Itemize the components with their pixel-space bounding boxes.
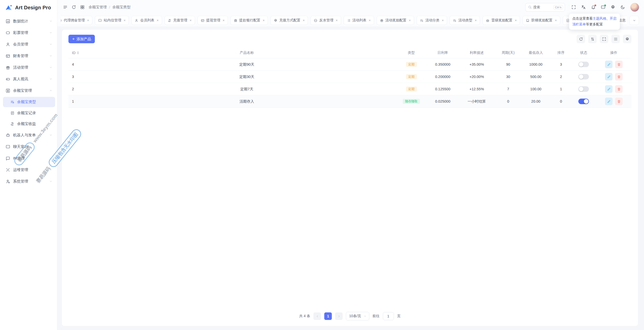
tab-item[interactable]: 活动类型×	[450, 16, 480, 25]
messages-button[interactable]	[599, 3, 607, 12]
sidebar-item[interactable]: 数据统计	[0, 15, 57, 27]
tab-close-icon[interactable]: ×	[555, 19, 557, 22]
edit-button[interactable]	[605, 98, 613, 105]
sidebar-item[interactable]: 会员管理	[0, 38, 57, 50]
collapse-menu-button[interactable]	[61, 3, 69, 12]
next-page-button[interactable]	[335, 312, 343, 320]
tab-close-icon[interactable]: ×	[156, 19, 158, 22]
breadcrumb-item[interactable]: 余额宝管理	[89, 5, 107, 10]
trash-icon	[617, 100, 621, 103]
tab-item[interactable]: 活动奖励配置×	[377, 16, 414, 25]
sidebar-item-label: 财务管理	[13, 54, 49, 58]
tab-item[interactable]: 充值方式配置×	[270, 16, 308, 25]
tab-item[interactable]: 提款银行配置×	[230, 16, 268, 25]
fullscreen-button[interactable]	[569, 3, 578, 12]
breadcrumb: 余额宝管理 / 余额宝类型	[89, 5, 131, 10]
trash-icon	[617, 63, 621, 66]
column-header[interactable]: ID	[68, 51, 99, 55]
tab-close-icon[interactable]: ×	[223, 19, 225, 22]
pencil-icon	[607, 63, 611, 66]
cell-min-deposit: 1000.00	[521, 62, 551, 66]
language-button[interactable]	[579, 3, 588, 12]
tab-close-icon[interactable]: ×	[409, 19, 411, 22]
tab-close-icon[interactable]: ×	[515, 19, 517, 22]
goto-page-input[interactable]	[383, 312, 394, 320]
cell-type: 定期	[395, 62, 428, 67]
current-page-button[interactable]: 1	[324, 312, 332, 320]
status-toggle[interactable]	[578, 74, 589, 79]
edit-button[interactable]	[605, 85, 613, 93]
status-toggle[interactable]	[578, 99, 589, 104]
sidebar-subitem-label: 余额宝记录	[17, 111, 53, 115]
tab-close-icon[interactable]: ×	[190, 19, 192, 22]
edit-button[interactable]	[605, 73, 613, 80]
sidebar-item[interactable]: 运维管理	[0, 164, 57, 176]
tab-item[interactable]: 代理佣金管理×	[61, 16, 92, 25]
edit-button[interactable]	[605, 61, 613, 68]
delete-button[interactable]	[615, 85, 623, 93]
global-search[interactable]: Ctrl k	[525, 3, 565, 12]
dark-mode-button[interactable]	[618, 3, 627, 12]
apps-grid-button[interactable]	[78, 3, 87, 12]
prev-page-button[interactable]	[313, 312, 321, 320]
table-refresh-button[interactable]	[577, 35, 585, 43]
goto-label: 前往	[373, 314, 380, 318]
add-product-button[interactable]: + 添加产品	[68, 35, 95, 43]
refresh-page-button[interactable]	[69, 3, 78, 12]
sidebar-item[interactable]: 聊天室28	[0, 141, 57, 152]
tab-item[interactable]: 晋级奖励配置×	[482, 16, 520, 25]
tab-close-icon[interactable]: ×	[475, 19, 477, 22]
tab-item[interactable]: 站内信管理×	[95, 16, 129, 25]
table-density-button[interactable]	[611, 35, 620, 43]
sidebar-item[interactable]: 活动管理	[0, 62, 57, 73]
sidebar-item[interactable]: IM管理	[0, 152, 57, 164]
table-columns-button[interactable]	[623, 35, 631, 43]
tab-close-icon[interactable]: ×	[87, 19, 89, 22]
sidebar-item[interactable]: 彩票管理	[0, 27, 57, 38]
avatar[interactable]	[630, 3, 639, 12]
status-toggle[interactable]	[578, 62, 589, 67]
table-sort-button[interactable]	[588, 35, 597, 43]
sidebar-subitem[interactable]: 余额宝收益	[0, 118, 57, 129]
tab-close-icon[interactable]: ×	[369, 19, 371, 22]
tab-label: 阶梯奖励配置	[531, 18, 552, 23]
settings-button[interactable]	[609, 3, 617, 12]
sidebar-item[interactable]: 真人视讯	[0, 73, 57, 85]
sidebar-item[interactable]: 余额宝管理	[0, 85, 57, 96]
app-logo[interactable]: Art Design Pro	[0, 0, 57, 15]
table-row: 4定期90天定期0.350000+35.00%901000.003	[68, 58, 631, 71]
tab-close-icon[interactable]: ×	[336, 19, 338, 22]
user-icon	[135, 19, 138, 22]
tab-item[interactable]: 阶梯奖励配置×	[522, 16, 560, 25]
tabs-overflow-button[interactable]	[629, 16, 639, 25]
tab-close-icon[interactable]: ×	[442, 19, 444, 22]
tab-item[interactable]: 活动列表×	[344, 16, 374, 25]
notifications-button[interactable]	[589, 3, 597, 12]
wallet-icon	[201, 19, 205, 22]
sidebar-item[interactable]: 系统管理	[0, 176, 57, 187]
tab-item[interactable]: 活动分类×	[417, 16, 447, 25]
tab-close-icon[interactable]: ×	[263, 19, 265, 22]
page-size-select[interactable]: 10条/页	[346, 312, 369, 320]
delete-button[interactable]	[615, 61, 623, 68]
sidebar-subitem-active[interactable]: 余额宝类型	[3, 97, 55, 107]
tab-item[interactable]: 会员列表×	[131, 16, 162, 25]
delete-button[interactable]	[615, 73, 623, 80]
status-toggle[interactable]	[578, 86, 589, 92]
delete-button[interactable]	[615, 98, 623, 105]
chev-down-icon	[49, 19, 53, 23]
tab-item[interactable]: 充值管理×	[165, 16, 195, 25]
sidebar-item[interactable]: 机器人与发单	[0, 129, 57, 141]
tab-close-icon[interactable]: ×	[303, 19, 305, 22]
search-input[interactable]	[533, 5, 553, 9]
tab-close-icon[interactable]: ×	[124, 19, 126, 22]
sidebar-item[interactable]: 财务管理	[0, 50, 57, 62]
sidebar: Art Design Pro 数据统计彩票管理会员管理财务管理活动管理真人视讯余…	[0, 0, 57, 330]
column-header: 最低存入	[521, 51, 551, 55]
theme-style-link[interactable]: 主题风格	[593, 17, 606, 20]
tooltip-text: 等更多配置	[586, 22, 603, 26]
tab-item[interactable]: 反水管理×	[310, 16, 341, 25]
sidebar-subitem[interactable]: 余额宝记录	[0, 108, 57, 118]
tab-item[interactable]: 提现管理×	[197, 16, 228, 25]
table-fullscreen-button[interactable]	[600, 35, 608, 43]
